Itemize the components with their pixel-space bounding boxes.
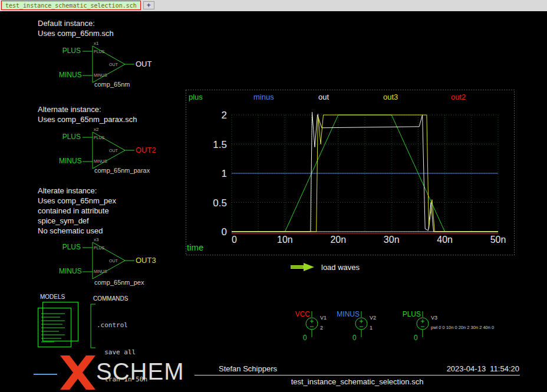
- y-tick-label: 0: [222, 226, 227, 238]
- text-line: Alterate instance:: [38, 186, 116, 196]
- note-default-instance: Default instance: Uses comp_65nm.sch: [38, 18, 114, 38]
- net-label-plus[interactable]: PLUS: [59, 47, 81, 55]
- text-line: contained in attribute: [38, 206, 116, 216]
- schematic-filename: test_instance_schematic_selection.sch: [195, 377, 520, 386]
- net-label-gnd[interactable]: 0: [303, 334, 307, 342]
- y-tick-label: 0.5: [213, 197, 227, 209]
- pin-label-minus: MINUS: [94, 159, 107, 163]
- net-label-out[interactable]: OUT3: [136, 256, 171, 265]
- source-value: 1: [370, 325, 373, 331]
- text-line: Default instance:: [38, 18, 114, 28]
- text-line: Uses comp_65nm_pex: [38, 196, 116, 206]
- new-tab-button[interactable]: +: [143, 1, 154, 9]
- legend-plus: plus: [189, 93, 203, 101]
- net-label-minus[interactable]: MINUS: [59, 157, 81, 165]
- xschem-logo-x-icon: [59, 355, 97, 390]
- legend-out2: out2: [451, 93, 466, 101]
- comparator-x1[interactable]: PLUS MINUS x1 PLUS MINUS OUT OUT comp_65…: [59, 41, 183, 92]
- instance-name: x3: [94, 238, 99, 242]
- y-tick-label: 1: [222, 168, 227, 179]
- instance-name: V2: [370, 315, 376, 321]
- net-label-plus[interactable]: PLUS: [59, 243, 81, 251]
- waveform-graph[interactable]: 010n20n30n40n50n00.511.52timeplusminusou…: [186, 90, 515, 255]
- xschem-window: test_instance_schematic_selection.sch + …: [0, 0, 547, 392]
- timestamp: 2023-04-13 11:54:20: [421, 364, 519, 373]
- pin-label-out: OUT: [109, 149, 118, 153]
- net-label-gnd[interactable]: 0: [414, 334, 418, 342]
- commands-bracket-icon: [90, 303, 97, 349]
- instance-name: x1: [94, 41, 99, 46]
- net-label-minus[interactable]: MINUS: [59, 71, 81, 79]
- tab-bar: test_instance_schematic_selection.sch +: [0, 0, 547, 11]
- instance-name: V3: [431, 315, 437, 321]
- text-line: Uses comp_65nm.sch: [38, 28, 114, 38]
- pin-label-minus: MINUS: [94, 269, 107, 274]
- code-line: save all: [97, 348, 272, 357]
- device-label: comp_65nm_parax: [94, 167, 150, 174]
- pin-label-minus: MINUS: [94, 73, 107, 77]
- models-stack-icon: [37, 301, 83, 349]
- text-line: No schematic used: [38, 226, 116, 236]
- source-value: pwl 0 0 10n 0 20n 2 30n 2 40n 0: [431, 325, 494, 330]
- legend-out3: out3: [383, 93, 398, 101]
- models-title: MODELS: [40, 293, 83, 301]
- instance-name: x2: [94, 127, 99, 132]
- x-tick-label: 40n: [437, 235, 453, 245]
- pin-label-out: OUT: [109, 62, 118, 67]
- models-box[interactable]: MODELS: [37, 293, 83, 349]
- net-label-minus[interactable]: MINUS: [59, 268, 81, 275]
- x-tick-label: 20n: [330, 235, 346, 245]
- net-label-plus[interactable]: PLUS: [59, 133, 81, 141]
- pin-label-out: OUT: [109, 259, 118, 263]
- load-waves-launcher[interactable]: load waves: [290, 262, 360, 272]
- text-line: spice_sym_def: [38, 216, 116, 226]
- titleblock-divider: [195, 375, 520, 375]
- device-label: comp_65nm: [94, 81, 130, 88]
- pin-label-plus: PLUS: [94, 50, 105, 54]
- text-line: Alternate instance:: [38, 104, 137, 114]
- x-tick-label: 0: [232, 235, 237, 245]
- y-tick-label: 2: [222, 110, 227, 121]
- vsource-v3[interactable]: PLUS V3 pwl 0 0 10n 0 20n 2 30n 2 40n 0 …: [396, 309, 538, 343]
- load-waves-arrow-icon: [290, 262, 316, 272]
- commands-title: COMMANDS: [93, 295, 272, 302]
- tab-current[interactable]: test_instance_schematic_selection.sch: [1, 1, 141, 10]
- frame-line: [34, 374, 57, 375]
- comparator-x3[interactable]: PLUS MINUS x3 PLUS MINUS OUT OUT3 comp_6…: [59, 238, 183, 288]
- pin-label-plus: PLUS: [94, 246, 105, 250]
- load-waves-label: load waves: [321, 263, 360, 272]
- legend-minus: minus: [253, 93, 274, 101]
- comparator-x2[interactable]: PLUS MINUS x2 PLUS MINUS OUT OUT2 comp_6…: [59, 127, 183, 178]
- net-label-out[interactable]: OUT: [136, 60, 171, 68]
- x-tick-label: 30n: [384, 235, 400, 245]
- note-alternate-instance: Alternate instance: Uses comp_65nm_parax…: [38, 104, 137, 124]
- code-line: .control: [97, 321, 272, 330]
- net-label-gnd[interactable]: 0: [352, 334, 357, 342]
- x-tick-label: 50n: [490, 235, 506, 245]
- x-axis-label: time: [187, 242, 203, 252]
- text-line: Uses comp_65nm_parax.sch: [38, 114, 137, 124]
- device-label: comp_65nm_pex: [94, 279, 144, 286]
- note-alterate-instance: Alterate instance: Uses comp_65nm_pex co…: [38, 186, 116, 236]
- legend-out: out: [318, 93, 329, 101]
- xschem-logo-text: SCHEM: [96, 358, 184, 385]
- net-label-out[interactable]: OUT2: [136, 146, 171, 154]
- source-value: 2: [320, 325, 323, 331]
- x-tick-label: 10n: [277, 235, 293, 245]
- pin-label-plus: PLUS: [94, 136, 105, 140]
- instance-name: V1: [320, 315, 327, 321]
- author-name: Stefan Schippers: [219, 364, 277, 373]
- y-tick-label: 1.5: [213, 139, 227, 150]
